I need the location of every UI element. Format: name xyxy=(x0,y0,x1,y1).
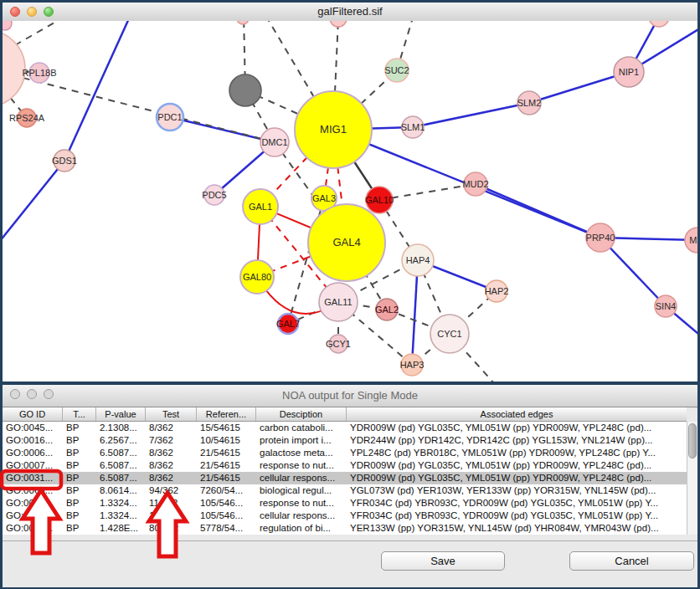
table-cell-type: BP xyxy=(63,447,96,459)
column-header-go-id[interactable]: GO ID xyxy=(3,407,63,421)
table-cell-type: BP xyxy=(63,497,96,510)
table-cell-test: 80/362 xyxy=(146,522,197,535)
table-cell-go-id: GO:0016... xyxy=(3,434,63,447)
table-cell-p-value: 8.0614... xyxy=(96,484,146,497)
node-ptTop2[interactable] xyxy=(330,21,347,27)
node-ptTop3[interactable] xyxy=(649,21,669,27)
table-cell-test: 94/362 xyxy=(146,484,197,497)
table-cell-test: 11/362 xyxy=(146,510,197,522)
table-cell-type: BP xyxy=(63,459,96,472)
table-cell-p-value: 6.5087... xyxy=(96,459,146,472)
table-cell-go-id: GO:0031... xyxy=(3,472,63,484)
node-ptTop1[interactable] xyxy=(237,21,249,24)
table-cell-go-id: GO:0065... xyxy=(3,484,63,497)
network-canvas[interactable]: RPL18BRPS24AGDS1PDC1DMC1PDC5MIG1SUC2SLM1… xyxy=(3,21,697,382)
network-edge xyxy=(379,184,476,200)
table-cell-type: BP xyxy=(63,484,96,497)
close-button-inactive[interactable] xyxy=(10,389,20,399)
table-cell-test: 8/362 xyxy=(146,472,197,484)
table-cell-associated-edges: YDR009W (pd) YGL035C, YML051W (pp) YDR00… xyxy=(347,472,687,484)
node-gray1[interactable] xyxy=(229,74,261,106)
table-cell-reference: 10/54615 xyxy=(197,434,256,447)
node-label: SUC2 xyxy=(384,65,409,75)
column-header-type[interactable]: T... xyxy=(63,407,96,421)
save-button[interactable]: Save xyxy=(381,551,505,571)
table-cell-test: 8/362 xyxy=(146,422,197,434)
table-row[interactable]: GO:0065...BP8.0614...94/3627260/54...bio… xyxy=(3,484,687,497)
cancel-button[interactable]: Cancel xyxy=(569,551,694,571)
table-cell-test: 8/362 xyxy=(146,459,197,472)
table-cell-description: regulation of bi... xyxy=(256,522,347,535)
node-label: RPS24A xyxy=(9,113,45,123)
node-label: RPL18B xyxy=(23,68,57,78)
table-row[interactable]: GO:0050...BP1.428E...80/3625778/54...reg… xyxy=(3,522,687,535)
table-cell-reference: 21/54615 xyxy=(197,472,256,484)
table-cell-test: 11/362 xyxy=(146,497,197,510)
column-header-associated-edges[interactable]: Associated edges xyxy=(347,407,687,421)
node-label: SLM1 xyxy=(401,122,425,132)
table-cell-type: BP xyxy=(63,434,96,447)
node-label: DMC1 xyxy=(261,137,287,147)
table-cell-associated-edges: YGL073W (pd) YER103W, YER133W (pp) YOR31… xyxy=(347,484,687,497)
table-cell-reference: 105/546... xyxy=(197,510,256,522)
node-label: PDC5 xyxy=(202,190,226,200)
table-cell-associated-edges: YFR034C (pd) YBR093C, YDR009W (pd) YGL03… xyxy=(347,510,687,522)
table-cell-go-id: GO:0031... xyxy=(3,497,63,510)
column-header-test[interactable]: Test xyxy=(146,407,197,421)
table-cell-reference: 7260/54... xyxy=(197,484,256,497)
table-cell-description: galactose meta... xyxy=(256,447,347,459)
node-label: PRP40 xyxy=(586,233,615,243)
table-body: GO:0045...BP2.1308...8/36215/54615carbon… xyxy=(3,422,687,535)
column-header-reference[interactable]: Referen... xyxy=(197,407,256,421)
node-label: PDC1 xyxy=(157,112,182,122)
table-cell-description: carbon cataboli... xyxy=(256,422,347,434)
node-label: SIN4 xyxy=(656,301,676,311)
noa-results-table: GO IDT...P-valueTestReferen...Desciption… xyxy=(3,407,687,535)
table-row[interactable]: GO:0031...BP6.5087...8/36221/54615cellul… xyxy=(3,472,687,484)
table-cell-p-value: 2.1308... xyxy=(96,422,146,434)
table-cell-reference: 5778/54... xyxy=(197,522,256,535)
vertical-scrollbar[interactable] xyxy=(687,422,697,535)
table-cell-description: cellular respons... xyxy=(256,472,347,484)
zoom-button-inactive[interactable] xyxy=(44,389,54,399)
table-cell-reference: 105/546... xyxy=(197,497,256,510)
table-cell-associated-edges: YER133W (pp) YOR315W, YNL145W (pd) YHR08… xyxy=(347,522,687,535)
table-cell-go-id: GO:0045... xyxy=(3,422,63,434)
table-cell-associated-edges: YFR034C (pd) YBR093C, YDR009W (pd) YGL03… xyxy=(347,497,687,510)
node-label: NIP1 xyxy=(619,67,639,77)
table-row[interactable]: GO:0045...BP2.1308...8/36215/54615carbon… xyxy=(3,422,687,434)
node-label: GCY1 xyxy=(326,339,351,349)
node-label: HAP2 xyxy=(485,286,509,296)
network-window-titlebar: galFiltered.sif xyxy=(3,3,697,22)
column-header-description[interactable]: Desciption xyxy=(256,407,347,421)
table-cell-description: protein import i... xyxy=(256,434,347,447)
close-button[interactable] xyxy=(10,7,20,17)
zoom-button[interactable] xyxy=(44,7,54,17)
table-row[interactable]: GO:0031...BP1.3324...11/362105/546...cel… xyxy=(3,510,687,522)
node-label: GAL80 xyxy=(243,272,271,282)
node-label: GAL11 xyxy=(324,297,352,307)
table-row[interactable]: GO:0007...BP6.5087...8/36221/54615respon… xyxy=(3,459,687,472)
table-header-row: GO IDT...P-valueTestReferen...Desciption… xyxy=(3,407,687,422)
table-cell-p-value: 1.3324... xyxy=(96,497,146,510)
column-header-p-value[interactable]: P-value xyxy=(96,407,146,421)
table-cell-p-value: 6.5087... xyxy=(96,447,146,459)
minimize-button[interactable] xyxy=(27,7,37,17)
table-cell-reference: 21/54615 xyxy=(197,447,256,459)
table-cell-p-value: 6.2567... xyxy=(96,434,146,447)
table-row[interactable]: GO:0016...BP6.2567...7/36210/54615protei… xyxy=(3,434,687,447)
network-edge xyxy=(413,103,529,127)
table-row[interactable]: GO:0006...BP6.5087...8/36221/54615galact… xyxy=(3,447,687,459)
table-cell-go-id: GO:0007... xyxy=(3,459,63,472)
table-row[interactable]: GO:0031...BP1.3324...11/362105/546...res… xyxy=(3,497,687,510)
network-graph: RPL18BRPS24AGDS1PDC1DMC1PDC5MIG1SUC2SLM1… xyxy=(3,21,697,382)
node-label: GDS1 xyxy=(52,156,77,166)
minimize-button-inactive[interactable] xyxy=(27,389,37,399)
node-ptTL[interactable] xyxy=(3,21,12,30)
table-cell-p-value: 1.3324... xyxy=(96,510,146,522)
table-cell-go-id: GO:0006... xyxy=(3,447,63,459)
scrollbar-thumb[interactable] xyxy=(688,423,697,458)
table-cell-test: 7/362 xyxy=(146,434,197,447)
table-cell-description: response to nut... xyxy=(256,497,347,510)
table-cell-reference: 21/54615 xyxy=(197,459,256,472)
